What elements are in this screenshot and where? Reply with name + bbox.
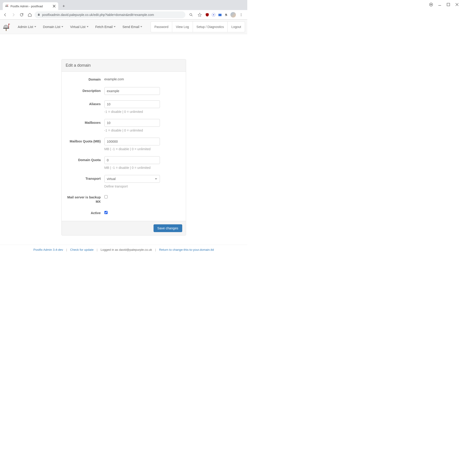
chevron-down-icon <box>87 26 88 27</box>
label-domain: Domain <box>66 76 104 82</box>
input-mailboxes[interactable] <box>104 119 160 127</box>
svg-point-17 <box>241 14 242 15</box>
select-transport[interactable]: virtual <box>104 175 160 183</box>
help-domain-quota: MB | -1 = disable | 0 = unlimited <box>104 166 182 170</box>
zoom-icon[interactable] <box>188 11 194 18</box>
new-tab-button[interactable]: + <box>60 3 67 9</box>
label-mailboxes: Mailboxes <box>66 119 104 132</box>
chevron-down-icon <box>61 26 63 27</box>
bookmark-star-icon[interactable] <box>196 11 203 18</box>
nav-back-button[interactable] <box>2 11 9 18</box>
nav-reload-button[interactable] <box>18 11 25 18</box>
svg-point-18 <box>241 16 242 16</box>
footer-logged-in: Logged in as david@palepurple.co.uk <box>101 248 152 251</box>
nav-setup-diagnostics[interactable]: Setup / Diagnostics <box>193 21 228 32</box>
input-description[interactable] <box>104 87 160 95</box>
svg-rect-10 <box>38 14 40 15</box>
browser-toolbar: postfixadmin.david.palepurple.co.uk/edit… <box>0 10 247 20</box>
value-domain: example.com <box>104 76 182 81</box>
browser-tab[interactable]: Postfix Admin - postfixad <box>3 2 58 10</box>
help-aliases: -1 = disable | 0 = unlimited <box>104 110 182 114</box>
help-transport: Define transport <box>104 185 182 188</box>
svg-rect-15 <box>218 14 222 16</box>
extensions-puzzle-icon[interactable] <box>224 13 229 17</box>
mailbox-favicon <box>5 4 9 8</box>
nav-forward-button[interactable] <box>10 11 17 18</box>
svg-point-16 <box>241 13 242 14</box>
url-text: postfixadmin.david.palepurple.co.uk/edit… <box>42 13 154 17</box>
browser-tab-title: Postfix Admin - postfixad <box>10 5 52 8</box>
save-changes-button[interactable]: Save changes <box>153 224 182 232</box>
checkbox-backup-mx[interactable] <box>104 195 108 198</box>
browser-menu-icon[interactable] <box>238 11 244 18</box>
label-mailbox-quota: Mailbox Quota (MB) <box>66 138 104 151</box>
ublock-icon[interactable] <box>205 13 210 17</box>
input-domain-quota[interactable] <box>104 156 160 164</box>
footer-return-link[interactable]: Return to change-this-to-your.domain.tld <box>159 248 214 251</box>
chevron-down-icon <box>114 26 116 27</box>
nav-logout[interactable]: Logout <box>227 21 245 32</box>
label-description: Description <box>66 87 104 95</box>
footer-product-link[interactable]: Postfix Admin 3.4-dev <box>34 248 63 251</box>
profile-avatar[interactable] <box>230 12 236 17</box>
nav-password[interactable]: Password <box>151 21 172 32</box>
address-bar[interactable]: postfixadmin.david.palepurple.co.uk/edit… <box>34 11 185 18</box>
help-mailbox-quota: MB | -1 = disable | 0 = unlimited <box>104 147 182 151</box>
lock-icon <box>37 13 40 17</box>
panel-heading: Edit a domain <box>62 60 186 72</box>
input-mailbox-quota[interactable] <box>104 138 160 145</box>
page-footer: Postfix Admin 3.4-dev | Check for update… <box>0 245 247 255</box>
nav-home-button[interactable] <box>26 11 33 18</box>
label-domain-quota: Domain Quota <box>66 156 104 170</box>
extension-sun-icon[interactable] <box>211 13 216 17</box>
nav-fetch-email[interactable]: Fetch Email <box>92 23 119 31</box>
chevron-down-icon <box>34 26 36 27</box>
nav-send-email[interactable]: Send Email <box>119 23 145 31</box>
label-aliases: Aliases <box>66 100 104 114</box>
nav-virtual-list[interactable]: Virtual List <box>67 23 92 31</box>
svg-rect-19 <box>3 28 9 29</box>
nav-view-log[interactable]: View Log <box>172 21 193 32</box>
edit-domain-panel: Edit a domain Domain example.com Descrip… <box>61 59 186 236</box>
browser-tab-strip: Postfix Admin - postfixad + <box>0 0 247 10</box>
nav-domain-list[interactable]: Domain List <box>40 23 67 31</box>
label-transport: Transport <box>66 175 104 188</box>
help-mailboxes: -1 = disable | 0 = unlimited <box>104 128 182 132</box>
tab-close-icon[interactable] <box>52 4 56 8</box>
svg-line-12 <box>192 15 193 16</box>
checkbox-active[interactable] <box>104 211 108 214</box>
svg-point-14 <box>213 14 214 15</box>
postfix-logo[interactable] <box>2 22 11 31</box>
input-aliases[interactable] <box>104 100 160 108</box>
svg-rect-2 <box>8 5 8 5</box>
app-navbar: Admin List Domain List Virtual List Fetc… <box>0 20 247 34</box>
extension-folder-icon[interactable] <box>218 13 222 17</box>
svg-point-11 <box>190 13 192 16</box>
footer-check-update-link[interactable]: Check for update <box>70 248 93 251</box>
nav-admin-list[interactable]: Admin List <box>15 23 39 31</box>
label-active: Active <box>66 209 104 215</box>
svg-rect-0 <box>5 6 8 7</box>
chevron-down-icon <box>140 26 142 27</box>
label-backup-mx: Mail server is backup MX <box>66 194 104 204</box>
